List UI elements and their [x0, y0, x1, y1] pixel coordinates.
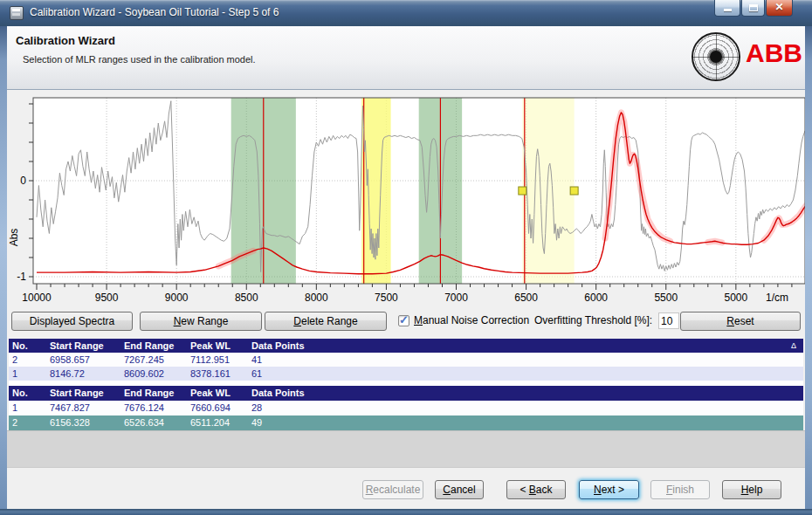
- table-cell: 6526.634: [120, 415, 187, 430]
- manual-noise-correction-label[interactable]: Manual Noise Correction: [414, 314, 529, 326]
- x-tick-label: 6500: [514, 292, 538, 304]
- overfitting-threshold-input[interactable]: [658, 312, 679, 329]
- table-cell: 8378.161: [187, 367, 248, 381]
- spectrum-chart[interactable]: 1000095009000850080007500700065006000550…: [7, 91, 805, 307]
- delete-range-button[interactable]: Delete Range: [265, 312, 387, 331]
- close-button[interactable]: ✕: [766, 0, 793, 17]
- table-cell: 2: [9, 353, 46, 367]
- column-header[interactable]: Data Points: [248, 386, 803, 401]
- finish-button: Finish: [650, 480, 710, 499]
- table-row[interactable]: 17467.8277676.1247660.69428: [9, 401, 803, 415]
- close-icon: ✕: [767, 1, 792, 13]
- maximize-icon: [749, 4, 758, 11]
- noise-ranges-table: No.Start RangeEnd RangePeak WLData Point…: [9, 386, 803, 430]
- page-subtitle: Selection of MLR ranges used in the cali…: [23, 54, 256, 65]
- table-cell: 1: [9, 401, 46, 415]
- column-header[interactable]: No.: [9, 386, 46, 401]
- window-border-left: [0, 26, 7, 509]
- table-cell: 7676.124: [120, 401, 187, 415]
- x-tick-label: 8500: [235, 292, 258, 304]
- mlr-ranges-table: No.Start RangeEnd RangePeak WLData Point…: [9, 339, 803, 386]
- minimize-icon: [724, 9, 732, 11]
- window-border-right: [805, 26, 812, 509]
- sort-icon[interactable]: Δ: [791, 339, 796, 353]
- recalculate-button: Recalculate: [362, 480, 423, 499]
- color-wheel-logo: [692, 32, 740, 81]
- noise-range-band[interactable]: [361, 98, 390, 284]
- next-button[interactable]: Next >: [579, 480, 639, 499]
- back-button[interactable]: < Back: [506, 480, 566, 499]
- table-empty-area: [7, 430, 805, 467]
- table-cell: 41: [248, 353, 803, 367]
- x-tick-label: 9000: [165, 292, 189, 304]
- checkmark-icon: ✓: [399, 313, 409, 326]
- table-cell: 7467.827: [46, 401, 120, 415]
- table-cell: 8609.602: [120, 367, 187, 381]
- window-border-bottom: [0, 509, 812, 515]
- reset-button[interactable]: Reset: [680, 312, 801, 331]
- dialog-content: Calibration Wizard Selection of MLR rang…: [7, 26, 805, 509]
- y-tick-label: 0: [20, 175, 26, 187]
- column-header[interactable]: End Range: [120, 386, 187, 401]
- column-header[interactable]: Start Range: [46, 339, 120, 353]
- noise-range-band[interactable]: [522, 98, 574, 284]
- column-header[interactable]: Data Points: [248, 339, 803, 353]
- range-handle[interactable]: [519, 187, 526, 195]
- table-cell: 1: [9, 367, 46, 381]
- table-cell: 61: [248, 367, 803, 381]
- table-cell: 7660.694: [187, 401, 248, 415]
- x-tick-label: 5500: [654, 292, 678, 304]
- column-header[interactable]: Peak WL: [187, 386, 248, 401]
- table-cell: 49: [248, 415, 803, 430]
- column-header[interactable]: Peak WL: [187, 339, 248, 353]
- x-tick-label: 9500: [95, 292, 119, 304]
- range-handle[interactable]: [570, 187, 578, 195]
- column-header[interactable]: Start Range: [46, 386, 120, 401]
- window-title: Calibration Wizard - Soybean Oil Tutoria…: [30, 0, 279, 26]
- table-cell: 2: [9, 415, 46, 430]
- overfitting-threshold-label: Overfitting Threshold [%]:: [534, 314, 652, 326]
- y-tick-label: -1: [17, 271, 26, 283]
- table-cell: 28: [248, 401, 803, 415]
- wizard-header: Calibration Wizard Selection of MLR rang…: [7, 26, 805, 90]
- table-header[interactable]: No.Start RangeEnd RangePeak WLData Point…: [9, 339, 803, 353]
- x-axis-unit-label: 1/cm: [766, 292, 788, 304]
- calibration-wizard-window: Calibration Wizard - Soybean Oil Tutoria…: [0, 0, 812, 515]
- abb-logo: ABB: [746, 38, 802, 68]
- table-cell: 7112.951: [187, 353, 248, 367]
- table-row[interactable]: 26958.6577267.2457112.95141: [9, 353, 803, 367]
- manual-noise-correction-checkbox[interactable]: ✓: [398, 315, 409, 326]
- x-tick-label: 8000: [305, 292, 328, 304]
- page-title: Calibration Wizard: [16, 34, 115, 47]
- wizard-footer: Recalculate Cancel < Back Next > Finish …: [7, 467, 805, 509]
- x-tick-label: 7500: [375, 292, 398, 304]
- table-cell: 6156.328: [46, 415, 120, 430]
- new-range-button[interactable]: New Range: [140, 312, 262, 331]
- y-axis-label: Abs: [8, 229, 20, 247]
- maximize-button[interactable]: [741, 0, 765, 17]
- table-cell: 6511.204: [187, 415, 248, 430]
- table-cell: 7267.245: [120, 353, 187, 367]
- help-button[interactable]: Help: [722, 480, 781, 499]
- table-row[interactable]: 26156.3286526.6346511.20449: [9, 415, 803, 430]
- x-tick-label: 7000: [444, 292, 468, 304]
- minimize-button[interactable]: [714, 0, 740, 17]
- x-tick-label: 10000: [22, 292, 52, 304]
- table-cell: 6958.657: [46, 353, 120, 367]
- displayed-spectra-button[interactable]: Displayed Spectra: [11, 312, 133, 331]
- table-header[interactable]: No.Start RangeEnd RangePeak WLData Point…: [9, 386, 803, 401]
- table-cell: 8146.72: [46, 367, 120, 381]
- titlebar[interactable]: Calibration Wizard - Soybean Oil Tutoria…: [0, 0, 812, 26]
- cancel-button[interactable]: Cancel: [435, 480, 484, 499]
- column-header[interactable]: No.: [9, 339, 46, 353]
- x-tick-label: 6000: [584, 292, 608, 304]
- x-tick-label: 5000: [724, 292, 747, 304]
- table-row[interactable]: 18146.728609.6028378.16161: [9, 367, 803, 381]
- app-icon: [10, 6, 24, 20]
- column-header[interactable]: End Range: [120, 339, 187, 353]
